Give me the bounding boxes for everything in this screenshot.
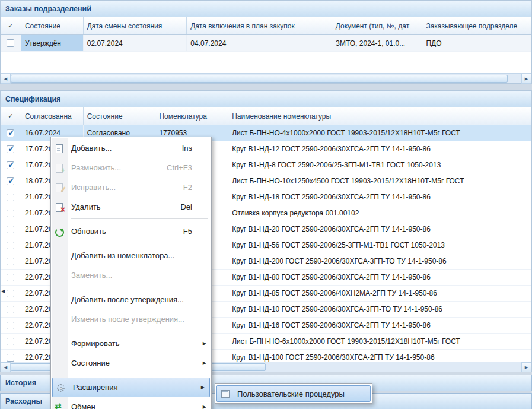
spec-panel-title: Спецификация [1, 91, 531, 107]
empty-icon-slot [53, 251, 65, 261]
spec-row-name: Лист Б-ПН-НО-10х1250х4500 ГОСТ 19903-201… [228, 173, 531, 189]
spec-row-check-cell [1, 237, 21, 253]
spec-row-checkbox[interactable] [7, 322, 14, 329]
copy-icon [53, 163, 65, 173]
spec-row-name: Лист Б-ПН-НО-4х1000х2000 ГОСТ 19903-2015… [228, 125, 531, 141]
exchange-icon [53, 402, 65, 409]
orders-row-checkbox[interactable] [7, 39, 14, 47]
menu-item-shortcut: F5 [183, 227, 192, 236]
orders-panel-title: Заказы подразделений [1, 1, 531, 17]
menu-item-form[interactable]: Формировать ▶ [51, 334, 211, 353]
spec-row-checkbox[interactable] [7, 177, 14, 185]
spec-row-name: Круг В1-НД-12 ГОСТ 2590-2006/30ХГСА-2ГП … [228, 141, 531, 157]
empty-icon-slot [53, 315, 65, 324]
menu-item-add-from-catalog[interactable]: Добавить из номенклатора... [51, 246, 211, 265]
spec-row-check-cell [1, 141, 21, 157]
spec-select-all-header[interactable]: ✓ [1, 107, 21, 125]
spec-row-name: Круг В1-НД-200 ГОСТ 2590-2006/30ХГСА-3ГП… [228, 253, 531, 269]
orders-row-plan-date: 04.07.2024 [187, 35, 332, 51]
menu-item-add-after-approval[interactable]: Добавить после утверждения... [51, 290, 211, 309]
spec-row-checkbox[interactable] [7, 290, 14, 297]
menu-separator [71, 375, 208, 375]
spec-row-name: Лист Б-ПН-НО-6х1000х2000 ГОСТ 19903-2015… [228, 334, 531, 349]
spec-row-check-cell [1, 205, 21, 221]
collapse-left-icon[interactable]: ◀ [0, 287, 6, 295]
orders-row[interactable]: Утверждён 02.07.2024 04.07.2024 ЗМТО, 20… [1, 35, 531, 52]
spec-row-checkbox[interactable] [7, 354, 14, 362]
menu-item-replace: Заменить... [51, 265, 211, 285]
check-all-icon: ✓ [8, 112, 13, 120]
spec-row-check-cell [1, 318, 21, 333]
menu-item-delete[interactable]: Удалить Del [51, 197, 211, 217]
spec-row-check-cell [1, 334, 21, 349]
submenu-items: Пользовательские процедуры... [216, 385, 371, 402]
orders-scroll-thumb[interactable] [11, 75, 508, 83]
menu-item-user-procedures[interactable]: Пользовательские процедуры... [216, 385, 371, 402]
context-menu-items: Добавить... Ins Размножить... Ctrl+F3 Ис… [51, 138, 211, 409]
menu-item-refresh[interactable]: Обновить F5 [51, 221, 211, 241]
orders-col-document[interactable]: Документ (тип, №, дат [332, 17, 423, 34]
orders-row-check-cell [1, 35, 21, 51]
scroll-right-icon[interactable]: ▶ [521, 74, 531, 84]
scroll-right-icon[interactable]: ▶ [521, 362, 531, 372]
orders-col-state[interactable]: Состояние [21, 17, 84, 34]
spec-row-name: Отливка корпуса редуктора 001.00102 [228, 205, 531, 221]
scroll-left-icon[interactable]: ◀ [1, 74, 11, 84]
menu-item-shortcut: Ins [182, 144, 192, 153]
orders-col-department[interactable]: Заказывающее подразделе [422, 17, 531, 34]
spec-row-checkbox[interactable] [7, 161, 14, 169]
spec-row-checkbox[interactable] [7, 145, 14, 153]
orders-col-state-date[interactable]: Дата смены состояния [84, 17, 187, 34]
spec-col-nomenclature[interactable]: Номенклатура [155, 107, 228, 125]
menu-item-edit-after-approval: Изменить после утверждения... [51, 309, 211, 329]
orders-row-document: ЗМТО, 2024-1, 01.0... [332, 35, 423, 51]
spec-row-name: Круг В1-НД-8 ГОСТ 2590-2006/25-3ГП-М1-ТВ… [228, 157, 531, 173]
orders-select-all-header[interactable]: ✓ [1, 17, 21, 34]
spec-row-check-cell [1, 189, 21, 205]
scroll-left-icon[interactable]: ◀ [1, 362, 11, 372]
spec-row-name: Круг В1-НД-16 ГОСТ 2590-2006/30ХГСА-2ГП … [228, 318, 531, 333]
submenu-arrow-icon: ▶ [200, 360, 206, 366]
orders-grid-header: ✓ Состояние Дата смены состояния Дата вк… [1, 17, 531, 35]
empty-icon-slot [53, 339, 65, 348]
spec-row-checkbox[interactable] [7, 242, 14, 249]
orders-row-state-date: 02.07.2024 [84, 35, 187, 51]
spec-row-check-cell [1, 125, 21, 141]
procedure-icon [219, 389, 231, 398]
spec-row-check-cell [1, 302, 21, 317]
spec-row-checkbox[interactable] [7, 274, 14, 281]
spec-row-checkbox[interactable] [7, 129, 14, 137]
spec-row-name: Круг В1-НД-85 ГОСТ 2590-2006/40ХН2МА-2ГП… [228, 286, 531, 301]
spec-row-checkbox[interactable] [7, 258, 14, 265]
spec-row-name: Круг В1-НД-100 ГОСТ 2590-2006/30ХГСА-2ГП… [228, 350, 531, 363]
menu-item-exchange[interactable]: Обмен ▶ [51, 397, 211, 409]
spec-col-name[interactable]: Наименование номенклатуры [228, 107, 531, 125]
spec-grid-header: ✓ Согласованна Состояние Номенклатура На… [1, 107, 531, 125]
orders-hscrollbar[interactable]: ◀ ▶ [1, 73, 531, 83]
delete-icon [53, 202, 65, 212]
submenu-arrow-icon: ▶ [199, 385, 205, 390]
menu-item-extensions[interactable]: Расширения ▶ [52, 378, 210, 397]
spec-row-checkbox[interactable] [7, 338, 14, 345]
spec-row-check-cell [1, 173, 21, 189]
orders-panel-title-label: Заказы подразделений [5, 5, 91, 13]
menu-item-state[interactable]: Состояние ▶ [51, 353, 211, 373]
menu-item-add[interactable]: Добавить... Ins [51, 138, 211, 158]
spec-col-agreed-date[interactable]: Согласованна [21, 107, 84, 125]
spec-row-check-cell [1, 253, 21, 269]
spec-col-state[interactable]: Состояние [84, 107, 156, 125]
spec-row-checkbox[interactable] [7, 226, 14, 233]
spec-row-check-cell [1, 350, 21, 363]
spec-row-checkbox[interactable] [7, 306, 14, 313]
spec-row-check-cell [1, 221, 21, 237]
spec-row-checkbox[interactable] [7, 194, 14, 201]
menu-item-shortcut: F2 [183, 183, 192, 192]
menu-item-shortcut: Ctrl+F3 [167, 163, 192, 172]
orders-row-department: ПДО [422, 35, 531, 51]
empty-icon-slot [53, 359, 65, 368]
orders-col-plan-date[interactable]: Дата включения в план закупок [187, 17, 332, 34]
spec-row-name: Круг В1-НД-20 ГОСТ 2590-2006/30ХГСА-2ГП … [228, 221, 531, 237]
menu-item-shortcut: Del [180, 202, 192, 211]
spec-row-checkbox[interactable] [7, 210, 14, 217]
expense-panel-title: Расходны [5, 397, 42, 405]
